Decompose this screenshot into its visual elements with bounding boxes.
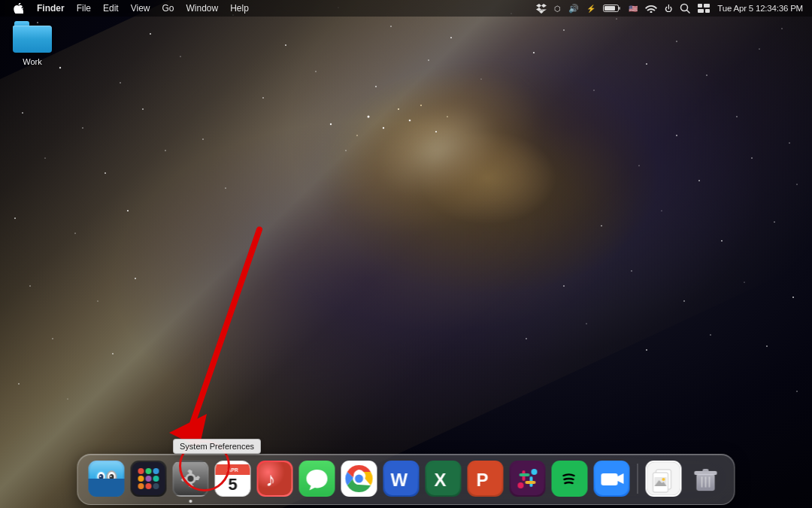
desktop: Finder File Edit View Go Window Help ⬡ 🔊… — [0, 0, 812, 508]
dock-messages[interactable] — [298, 459, 337, 498]
star-field — [0, 0, 812, 508]
menu-window[interactable]: Window — [180, 0, 225, 17]
screensaver-icon[interactable]: ⏻ — [662, 0, 675, 17]
dock-word[interactable]: W — [382, 459, 421, 498]
svg-line-81 — [687, 11, 690, 14]
menu-view[interactable]: View — [125, 0, 156, 17]
svg-rect-89 — [90, 462, 123, 495]
flag-icon[interactable]: 🇺🇸 — [626, 0, 641, 17]
powerpoint-icon: P — [468, 461, 504, 497]
dock-finder[interactable] — [87, 459, 126, 498]
dock-slack[interactable] — [508, 459, 547, 498]
dock-music[interactable]: ♪ — [256, 459, 295, 498]
svg-point-73 — [345, 150, 346, 151]
menu-finder[interactable]: Finder — [31, 0, 71, 17]
dock-launchpad[interactable] — [129, 459, 168, 498]
menu-edit[interactable]: Edit — [97, 0, 125, 17]
svg-point-68 — [383, 127, 384, 129]
dock-trash[interactable] — [686, 459, 726, 498]
menu-help[interactable]: Help — [224, 0, 255, 17]
svg-point-106 — [146, 476, 152, 482]
svg-text:P: P — [477, 470, 489, 490]
wifi-icon[interactable] — [642, 0, 660, 17]
dock-spotify[interactable] — [550, 459, 589, 498]
sysprefs-tooltip: System Preferences — [173, 439, 261, 454]
dock-chrome[interactable] — [340, 459, 379, 498]
svg-point-59 — [526, 338, 527, 339]
control-center-icon[interactable] — [695, 0, 713, 17]
trash-icon — [688, 461, 724, 497]
svg-point-52 — [563, 285, 565, 287]
svg-point-19 — [375, 86, 377, 87]
dock-system-preferences[interactable] — [171, 459, 211, 498]
svg-point-99 — [110, 474, 114, 480]
svg-point-45 — [601, 225, 602, 227]
svg-point-53 — [631, 270, 632, 271]
svg-point-15 — [120, 82, 121, 84]
menubar-left: Finder File Edit View Go Window Help — [6, 0, 533, 17]
dock-excel[interactable]: X — [424, 459, 463, 498]
svg-rect-84 — [698, 9, 704, 13]
svg-point-38 — [638, 165, 639, 166]
svg-rect-90 — [90, 479, 123, 495]
spotlight-icon[interactable] — [677, 0, 693, 17]
svg-point-128 — [355, 475, 363, 483]
svg-point-109 — [146, 483, 152, 489]
finder-icon — [89, 461, 125, 497]
svg-point-69 — [398, 108, 399, 110]
menu-file[interactable]: File — [71, 0, 97, 17]
folder-icon — [13, 21, 52, 54]
svg-point-49 — [29, 285, 31, 287]
svg-point-18 — [315, 71, 316, 71]
slack-icon — [510, 461, 546, 497]
menubar: Finder File Edit View Go Window Help ⬡ 🔊… — [0, 0, 812, 17]
dropbox-icon[interactable] — [533, 0, 550, 17]
svg-point-33 — [789, 142, 790, 144]
svg-point-39 — [698, 180, 700, 181]
word-icon: W — [383, 461, 420, 497]
svg-point-4 — [285, 44, 286, 46]
dock-zoom[interactable] — [592, 459, 632, 498]
svg-point-50 — [97, 300, 98, 301]
svg-text:W: W — [391, 470, 408, 490]
dock-calendar[interactable]: APR 5 — [214, 459, 253, 498]
svg-point-105 — [138, 476, 144, 482]
work-folder[interactable]: Work — [6, 17, 59, 71]
svg-line-87 — [188, 230, 259, 437]
messages-icon — [299, 461, 335, 497]
svg-point-2 — [150, 33, 151, 35]
svg-point-16 — [180, 56, 180, 56]
svg-point-35 — [105, 172, 106, 174]
svg-point-41 — [796, 184, 797, 184]
dock-photos[interactable] — [644, 459, 683, 498]
svg-point-141 — [532, 469, 538, 475]
bluetooth-icon[interactable]: ⚡ — [583, 0, 598, 17]
volume-icon[interactable]: 🔊 — [565, 0, 582, 17]
dock-separator — [638, 464, 638, 494]
svg-point-103 — [146, 468, 152, 474]
svg-point-28 — [82, 127, 83, 128]
svg-rect-85 — [705, 9, 710, 13]
svg-rect-82 — [698, 4, 702, 8]
dock-powerpoint[interactable]: P — [466, 459, 505, 498]
svg-point-40 — [751, 157, 753, 159]
svg-rect-92 — [90, 488, 123, 495]
status-icon-1[interactable]: ⬡ — [551, 0, 564, 17]
svg-rect-139 — [526, 481, 536, 484]
svg-point-51 — [135, 278, 136, 279]
svg-point-152 — [662, 478, 665, 481]
spotify-icon — [552, 461, 588, 497]
svg-point-140 — [518, 482, 524, 488]
svg-point-74 — [435, 131, 437, 132]
photos-icon — [646, 461, 682, 497]
svg-rect-138 — [520, 473, 530, 476]
svg-point-42 — [14, 217, 16, 219]
svg-rect-91 — [90, 483, 123, 495]
menu-go[interactable]: Go — [156, 0, 180, 17]
apple-menu[interactable] — [6, 0, 31, 17]
svg-point-108 — [138, 483, 144, 489]
red-arrow — [147, 214, 282, 463]
svg-rect-155 — [703, 469, 709, 473]
svg-point-54 — [683, 300, 685, 302]
music-icon: ♪ — [257, 461, 293, 497]
